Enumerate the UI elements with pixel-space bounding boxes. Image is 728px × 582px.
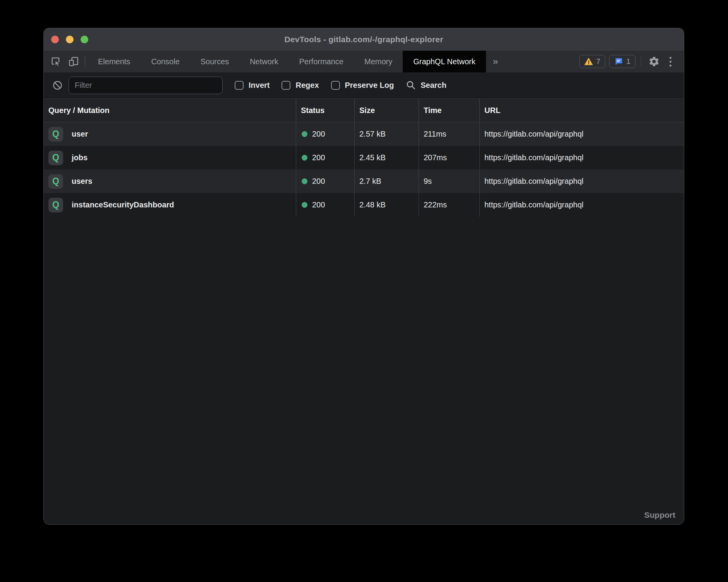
search-button[interactable]: Search <box>406 80 446 90</box>
tab-network[interactable]: Network <box>239 51 288 72</box>
device-toolbar-icon <box>68 56 79 67</box>
request-url: https://gitlab.com/api/graphql <box>480 169 684 193</box>
tab-sources[interactable]: Sources <box>190 51 239 72</box>
request-url: https://gitlab.com/api/graphql <box>480 122 684 146</box>
zoom-window-button[interactable] <box>81 36 88 43</box>
query-name: instanceSecurityDashboard <box>72 200 174 209</box>
table-row[interactable]: Q instanceSecurityDashboard 200 2.48 kB … <box>44 193 684 217</box>
minimize-window-button[interactable] <box>66 36 74 43</box>
query-name: users <box>72 177 92 186</box>
invert-checkbox[interactable] <box>235 81 244 90</box>
warning-triangle-icon <box>584 58 593 65</box>
request-time: 9s <box>419 169 480 193</box>
devtools-window: DevTools - gitlab.com/-/graphql-explorer… <box>43 28 684 525</box>
column-header-status[interactable]: Status <box>296 99 355 122</box>
regex-checkbox[interactable] <box>282 81 290 90</box>
request-size: 2.45 kB <box>355 146 419 169</box>
gear-icon <box>648 56 660 67</box>
request-size: 2.48 kB <box>355 193 419 217</box>
status-code: 200 <box>312 153 325 162</box>
regex-label: Regex <box>295 81 319 90</box>
request-time: 222ms <box>419 193 480 217</box>
status-ok-dot-icon <box>302 155 307 161</box>
support-link[interactable]: Support <box>644 510 675 520</box>
controls-separator <box>641 56 641 67</box>
settings-button[interactable] <box>646 53 662 70</box>
status-code: 200 <box>312 200 325 209</box>
search-label: Search <box>421 81 446 90</box>
more-tabs-button[interactable]: » <box>486 51 505 72</box>
clear-requests-icon[interactable] <box>52 80 63 91</box>
preserve-log-label: Preserve Log <box>345 81 394 90</box>
table-row[interactable]: Q jobs 200 2.45 kB 207ms https://gitlab.… <box>44 146 684 169</box>
column-header-url[interactable]: URL <box>480 99 684 122</box>
invert-label: Invert <box>249 81 270 90</box>
empty-results-area: Support <box>44 217 684 524</box>
chevron-double-right-icon: » <box>493 56 498 67</box>
status-code: 200 <box>312 177 325 186</box>
devtools-tab-bar: Elements Console Sources Network Perform… <box>44 51 684 72</box>
toolbar-separator <box>85 56 85 67</box>
title-bar: DevTools - gitlab.com/-/graphql-explorer <box>44 28 684 51</box>
inspect-element-button[interactable] <box>47 51 65 72</box>
tab-memory[interactable]: Memory <box>354 51 403 72</box>
status-code: 200 <box>312 130 325 139</box>
requests-table-header: Query / Mutation Status Size Time URL <box>44 98 684 122</box>
column-header-time[interactable]: Time <box>419 99 480 122</box>
preserve-log-checkbox-group[interactable]: Preserve Log <box>331 81 394 90</box>
issues-count: 1 <box>626 57 630 66</box>
traffic-lights <box>51 28 88 51</box>
column-header-query-mutation[interactable]: Query / Mutation <box>44 99 296 122</box>
query-type-badge: Q <box>48 127 63 142</box>
invert-checkbox-group[interactable]: Invert <box>235 81 270 90</box>
warnings-count: 7 <box>596 57 601 66</box>
preserve-log-checkbox[interactable] <box>331 81 340 90</box>
tab-performance[interactable]: Performance <box>289 51 354 72</box>
request-url: https://gitlab.com/api/graphql <box>480 193 684 217</box>
warnings-badge[interactable]: 7 <box>579 55 606 68</box>
toggle-device-toolbar-button[interactable] <box>65 51 82 72</box>
query-type-badge: Q <box>48 198 63 212</box>
search-icon <box>406 80 416 90</box>
window-title: DevTools - gitlab.com/-/graphql-explorer <box>284 35 443 44</box>
query-type-badge: Q <box>48 151 63 165</box>
request-url: https://gitlab.com/api/graphql <box>480 146 684 169</box>
request-size: 2.7 kB <box>355 169 419 193</box>
customize-devtools-button[interactable] <box>662 53 678 70</box>
tab-elements[interactable]: Elements <box>88 51 141 72</box>
table-row[interactable]: Q users 200 2.7 kB 9s https://gitlab.com… <box>44 169 684 193</box>
filter-input[interactable] <box>69 77 223 94</box>
message-bubble-icon <box>614 58 623 65</box>
regex-checkbox-group[interactable]: Regex <box>282 81 319 90</box>
request-size: 2.57 kB <box>355 122 419 146</box>
status-ok-dot-icon <box>302 178 307 184</box>
network-filter-bar: Invert Regex Preserve Log Search <box>44 72 684 98</box>
request-time: 207ms <box>419 146 480 169</box>
query-name: user <box>72 130 88 139</box>
status-ok-dot-icon <box>302 131 307 137</box>
kebab-menu-icon <box>670 57 671 67</box>
query-name: jobs <box>72 153 88 162</box>
request-time: 211ms <box>419 122 480 146</box>
close-window-button[interactable] <box>51 36 59 43</box>
query-type-badge: Q <box>48 174 63 189</box>
status-ok-dot-icon <box>302 202 307 208</box>
issues-badge[interactable]: 1 <box>609 55 635 68</box>
column-header-size[interactable]: Size <box>355 99 419 122</box>
tab-console[interactable]: Console <box>141 51 190 72</box>
tab-graphql-network[interactable]: GraphQL Network <box>403 51 486 72</box>
tabbar-right-controls: 7 1 <box>579 51 684 72</box>
inspect-cursor-icon <box>50 56 62 67</box>
table-row[interactable]: Q user 200 2.57 kB 211ms https://gitlab.… <box>44 122 684 146</box>
